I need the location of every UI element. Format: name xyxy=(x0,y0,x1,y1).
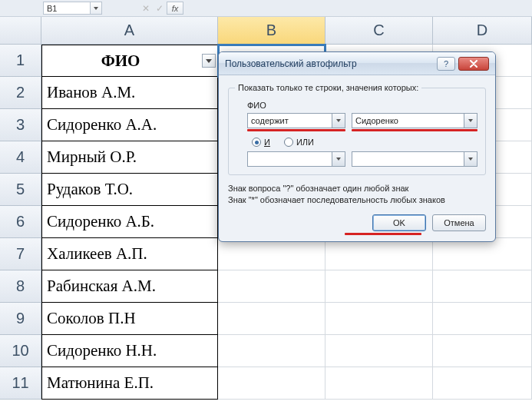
hint-line-1: Знак вопроса "?" обозначает один любой з… xyxy=(228,183,486,194)
field-name-label: ФИО xyxy=(247,101,477,110)
cell-C11[interactable] xyxy=(325,367,433,400)
cell-C7[interactable] xyxy=(325,238,433,270)
hint-line-2: Знак "*" обозначает последовательность л… xyxy=(228,194,486,206)
radio-icon xyxy=(284,138,293,147)
select-all-corner[interactable] xyxy=(0,17,41,45)
cell-A3[interactable]: Сидоренко А.А. xyxy=(41,109,218,141)
help-icon: ? xyxy=(444,59,448,68)
cancel-button[interactable]: Отмена xyxy=(432,214,486,231)
chevron-down-icon xyxy=(94,7,98,10)
radio-icon xyxy=(252,138,261,147)
chevron-down-icon xyxy=(468,119,473,122)
cell-B10[interactable] xyxy=(218,335,325,367)
cond2-value-combo[interactable] xyxy=(352,151,477,167)
cell-A10[interactable]: Сидоренко Н.Н. xyxy=(41,335,218,367)
name-box[interactable]: B1 xyxy=(43,2,91,15)
chevron-down-icon xyxy=(336,119,341,122)
cond1-operator-combo[interactable]: содержит xyxy=(247,113,345,128)
formula-bar-strip: B1 ✕ ✓ fx xyxy=(0,0,532,17)
radio-and-label: И xyxy=(264,138,270,147)
row-header-7[interactable]: 7 xyxy=(0,238,41,270)
cond1-value: Сидоренко xyxy=(355,116,398,125)
logic-radio-row: И ИЛИ xyxy=(252,138,477,147)
table-row: Халикеев А.П. xyxy=(41,238,532,270)
cell-B9[interactable] xyxy=(218,303,325,335)
radio-and[interactable]: И xyxy=(252,138,270,147)
row-header-5[interactable]: 5 xyxy=(0,174,41,206)
row-header-10[interactable]: 10 xyxy=(0,335,41,367)
cell-D7[interactable] xyxy=(433,238,532,270)
row-header-9[interactable]: 9 xyxy=(0,303,41,335)
ok-label: OK xyxy=(393,218,405,227)
highlight-annotation xyxy=(352,129,477,131)
cond2-operator-combo[interactable] xyxy=(247,151,345,167)
autofilter-button[interactable] xyxy=(202,54,216,68)
cell-D11[interactable] xyxy=(433,367,532,400)
name-box-value: B1 xyxy=(47,4,57,13)
row-header-8[interactable]: 8 xyxy=(0,270,41,303)
close-button[interactable] xyxy=(458,57,489,71)
cell-A6[interactable]: Сидоренко А.Б. xyxy=(41,206,218,238)
row-header-11[interactable]: 11 xyxy=(0,367,41,400)
combo-dropdown-button[interactable] xyxy=(332,152,345,166)
cell-B7[interactable] xyxy=(218,238,325,270)
row-header-2[interactable]: 2 xyxy=(0,77,41,109)
cell-B11[interactable] xyxy=(218,367,325,400)
dialog-title: Пользовательский автофильтр xyxy=(225,58,434,69)
cell-A2[interactable]: Иванов А.М. xyxy=(41,77,218,109)
help-button[interactable]: ? xyxy=(437,57,455,71)
ok-button[interactable]: OK xyxy=(372,214,426,231)
header-label: ФИО xyxy=(101,51,140,71)
col-header-C[interactable]: C xyxy=(325,17,433,45)
group-legend: Показать только те строки, значения кото… xyxy=(235,83,421,92)
insert-function-button[interactable]: fx xyxy=(167,2,183,15)
cell-B8[interactable] xyxy=(218,270,325,303)
cond1-operator-value: содержит xyxy=(251,116,289,125)
combo-dropdown-button[interactable] xyxy=(464,152,477,166)
radio-or[interactable]: ИЛИ xyxy=(284,138,314,147)
cell-C8[interactable] xyxy=(325,270,433,303)
row-headers: 1 2 3 4 5 6 7 8 9 10 11 xyxy=(0,45,41,400)
condition-1-row: содержит Сидоренко xyxy=(236,113,477,131)
row-header-3[interactable]: 3 xyxy=(0,109,41,141)
chevron-down-icon xyxy=(468,158,473,161)
dialog-buttons: OK Отмена xyxy=(228,214,486,231)
cell-D10[interactable] xyxy=(433,335,532,367)
cell-D8[interactable] xyxy=(433,270,532,303)
col-header-A[interactable]: A xyxy=(41,17,218,45)
cell-A4[interactable]: Мирный О.Р. xyxy=(41,141,218,174)
cell-A9[interactable]: Соколов П.Н xyxy=(41,303,218,335)
cell-D9[interactable] xyxy=(433,303,532,335)
table-row: Соколов П.Н xyxy=(41,303,532,335)
criteria-group: Показать только те строки, значения кото… xyxy=(228,88,486,175)
col-header-D[interactable]: D xyxy=(433,17,532,45)
cell-A11[interactable]: Матюнина Е.П. xyxy=(41,367,218,400)
cond1-value-combo[interactable]: Сидоренко xyxy=(352,113,477,128)
dialog-body: Показать только те строки, значения кото… xyxy=(219,75,495,242)
chevron-down-icon xyxy=(206,59,212,63)
cell-A1[interactable]: ФИО xyxy=(41,45,218,77)
name-box-dropdown[interactable] xyxy=(91,2,102,15)
cell-A7[interactable]: Халикеев А.П. xyxy=(41,238,218,270)
highlight-annotation xyxy=(247,129,345,131)
col-header-B[interactable]: B xyxy=(218,17,325,45)
formula-cancel-icon: ✕ xyxy=(139,2,153,15)
cell-A5[interactable]: Рудаков Т.О. xyxy=(41,174,218,206)
custom-autofilter-dialog: Пользовательский автофильтр ? Показать т… xyxy=(218,51,496,242)
dialog-titlebar[interactable]: Пользовательский автофильтр ? xyxy=(219,52,495,75)
condition-2-row xyxy=(236,151,477,167)
row-header-6[interactable]: 6 xyxy=(0,206,41,238)
row-header-1[interactable]: 1 xyxy=(0,45,41,77)
cell-C9[interactable] xyxy=(325,303,433,335)
column-headers: A B C D xyxy=(41,17,532,45)
cell-A8[interactable]: Рабинская А.М. xyxy=(41,270,218,303)
radio-or-label: ИЛИ xyxy=(296,138,314,147)
table-row: Сидоренко Н.Н. xyxy=(41,335,532,367)
close-icon xyxy=(468,60,479,68)
table-row: Матюнина Е.П. xyxy=(41,367,532,400)
combo-dropdown-button[interactable] xyxy=(332,114,345,128)
row-header-4[interactable]: 4 xyxy=(0,141,41,174)
combo-dropdown-button[interactable] xyxy=(464,114,477,128)
cell-C10[interactable] xyxy=(325,335,433,367)
formula-accept-icon: ✓ xyxy=(153,2,167,15)
